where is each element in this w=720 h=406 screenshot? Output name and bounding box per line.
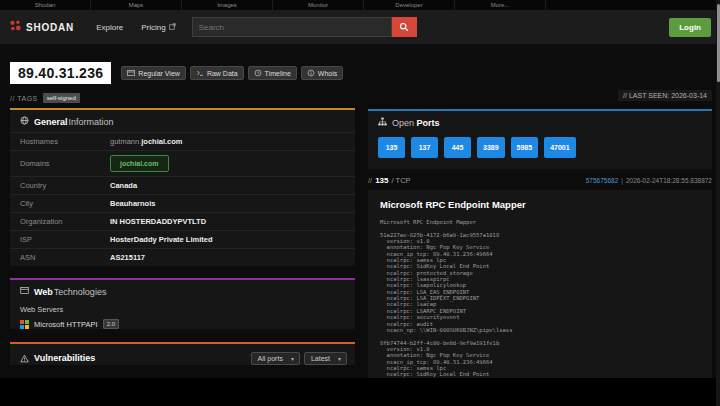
crawl-id-link[interactable]: 575675682 xyxy=(586,177,619,184)
regular-view-label: Regular View xyxy=(138,70,180,77)
info-label: Domains xyxy=(20,159,110,168)
shodan-logo[interactable]: SHODAN xyxy=(9,18,74,36)
general-info-table: Hostnamesgutmann.jochial.comDomainsjochi… xyxy=(10,132,355,266)
section-subtitle: Technologies xyxy=(54,287,107,297)
hostname-part: gutmann. xyxy=(110,137,141,146)
topnav-link-images[interactable]: Images xyxy=(182,0,273,10)
content-area: 89.40.31.236 Regular ViewRaw DataTimelin… xyxy=(0,44,720,378)
info-row-isp: ISPHosterDaddy Private Limited xyxy=(10,230,355,248)
service-timestamp: 2026-02-24T18:28:55.838872 xyxy=(626,177,712,184)
search-icon xyxy=(399,20,409,35)
service-header-prefix: // xyxy=(368,176,372,185)
tags-row: // TAGS self-signed xyxy=(10,93,355,103)
vulnerabilities-card: Vulnerabilities All ports▾Latest▾ xyxy=(10,342,355,365)
section-title: Vulnerabilities xyxy=(34,353,95,363)
info-row-domains: Domainsjochial.com xyxy=(10,150,355,176)
right-column: // LAST SEEN: 2026-03-14 Open Ports 1351… xyxy=(368,62,712,378)
web-technologies-card: WebTechnologies Web Servers Microsoft HT… xyxy=(10,278,355,329)
web-servers-label: Web Servers xyxy=(20,305,345,314)
browser-icon xyxy=(20,286,29,297)
info-label: Country xyxy=(20,181,110,190)
info-label: City xyxy=(20,199,110,208)
info-icon xyxy=(307,69,315,77)
general-information-header: GeneralInformation xyxy=(10,110,355,132)
info-row-organization: OrganizationIN HOSTERDADDYPVTLTD xyxy=(10,212,355,230)
tags-label: // TAGS xyxy=(10,95,38,102)
port-badge[interactable]: 47001 xyxy=(544,137,575,158)
regular-view-button[interactable]: Regular View xyxy=(121,66,186,80)
main-header: SHODAN Explore Pricing Login xyxy=(0,10,720,44)
tags-list: self-signed xyxy=(38,93,80,103)
external-link-icon xyxy=(169,23,176,32)
info-row-asn: ASNAS215117 xyxy=(10,248,355,266)
ports-filter-select[interactable]: All ports▾ xyxy=(251,352,300,365)
info-label: ASN xyxy=(20,253,110,262)
tag-badge[interactable]: self-signed xyxy=(43,93,80,103)
service-protocol: / TCP xyxy=(392,176,411,185)
topnav-link-maps[interactable]: Maps xyxy=(91,0,182,10)
info-label: Hostnames xyxy=(20,137,110,146)
open-ports-header: Open Ports xyxy=(368,111,712,133)
topnav-link-shodan[interactable]: Shodan xyxy=(0,0,91,10)
whois-button[interactable]: Whois xyxy=(301,66,343,80)
timeline-button[interactable]: Timeline xyxy=(248,66,297,80)
vulns-filters: All ports▾Latest▾ xyxy=(251,352,347,365)
login-button[interactable]: Login xyxy=(669,18,711,37)
raw-data-button[interactable]: Raw Data xyxy=(190,66,244,80)
brand-text: SHODAN xyxy=(26,22,74,33)
service-banner-text: Microsoft RPC Endpoint Mapper 51a227ae-8… xyxy=(380,219,700,378)
explore-label: Explore xyxy=(96,23,123,32)
section-subtitle: Information xyxy=(69,117,114,127)
version-badge: 2.0 xyxy=(103,319,119,329)
meta-separator: | xyxy=(621,177,623,184)
webtech-name: Microsoft HTTPAPI xyxy=(34,320,98,329)
whois-label: Whois xyxy=(318,70,337,77)
ports-badges: 1351374453389598547001 xyxy=(368,133,712,169)
domain-badge[interactable]: jochial.com xyxy=(110,155,169,172)
topnav-link-developer[interactable]: Developer xyxy=(364,0,455,10)
info-row-hostnames: Hostnamesgutmann.jochial.com xyxy=(10,132,355,150)
scrollbar-thumb[interactable] xyxy=(717,4,720,82)
port-badge[interactable]: 3389 xyxy=(477,137,505,158)
browser-icon xyxy=(127,69,135,77)
nav-explore[interactable]: Explore xyxy=(96,23,123,32)
service-banner-card: Microsoft RPC Endpoint Mapper Microsoft … xyxy=(368,190,712,378)
section-title: Web xyxy=(34,287,53,297)
webtech-item[interactable]: Microsoft HTTPAPI2.0 xyxy=(20,319,345,329)
port-badge[interactable]: 137 xyxy=(411,137,438,158)
topnav-link-monitor[interactable]: Monitor xyxy=(273,0,364,10)
service-meta: 575675682|2026-02-24T18:28:55.838872 xyxy=(586,177,712,184)
ip-address: 89.40.31.236 xyxy=(10,62,111,84)
pricing-label: Pricing xyxy=(141,23,165,32)
info-label: Organization xyxy=(20,217,110,226)
service-port: 135 xyxy=(375,176,388,185)
raw-data-label: Raw Data xyxy=(207,70,238,77)
microsoft-icon xyxy=(20,320,29,329)
port-badge[interactable]: 445 xyxy=(444,137,471,158)
last-seen-row: // LAST SEEN: 2026-03-14 xyxy=(368,84,712,102)
nav-pricing[interactable]: Pricing xyxy=(141,23,175,32)
ports-filter-value: All ports xyxy=(258,355,283,362)
network-icon xyxy=(378,117,387,128)
info-label: ISP xyxy=(20,235,110,244)
hostname-part: jochial.com xyxy=(141,137,182,146)
chevron-down-icon: ▾ xyxy=(338,355,341,362)
timeline-label: Timeline xyxy=(265,70,291,77)
webtech-list: Microsoft HTTPAPI2.0 xyxy=(10,319,355,329)
info-value: jochial.com xyxy=(110,155,169,172)
port-badge[interactable]: 5985 xyxy=(511,137,539,158)
port-badge[interactable]: 135 xyxy=(378,137,405,158)
sort-filter-select[interactable]: Latest▾ xyxy=(304,352,347,365)
web-technologies-header: WebTechnologies xyxy=(10,280,355,302)
topnav-link-more[interactable]: More... xyxy=(455,0,546,10)
search-input[interactable] xyxy=(192,17,392,37)
globe-icon xyxy=(20,116,29,127)
info-value: Beauharnois xyxy=(110,199,155,208)
shodan-host-page: ShodanMapsImagesMonitorDeveloperMore... … xyxy=(0,0,720,406)
search-button[interactable] xyxy=(392,17,417,37)
view-buttons: Regular ViewRaw DataTimelineWhois xyxy=(121,66,343,80)
last-seen-label: // LAST SEEN: 2026-03-14 xyxy=(618,90,712,101)
general-information-card: GeneralInformation Hostnamesgutmann.joch… xyxy=(10,108,355,266)
info-row-country: CountryCanada xyxy=(10,176,355,194)
shodan-logo-icon xyxy=(9,18,22,36)
